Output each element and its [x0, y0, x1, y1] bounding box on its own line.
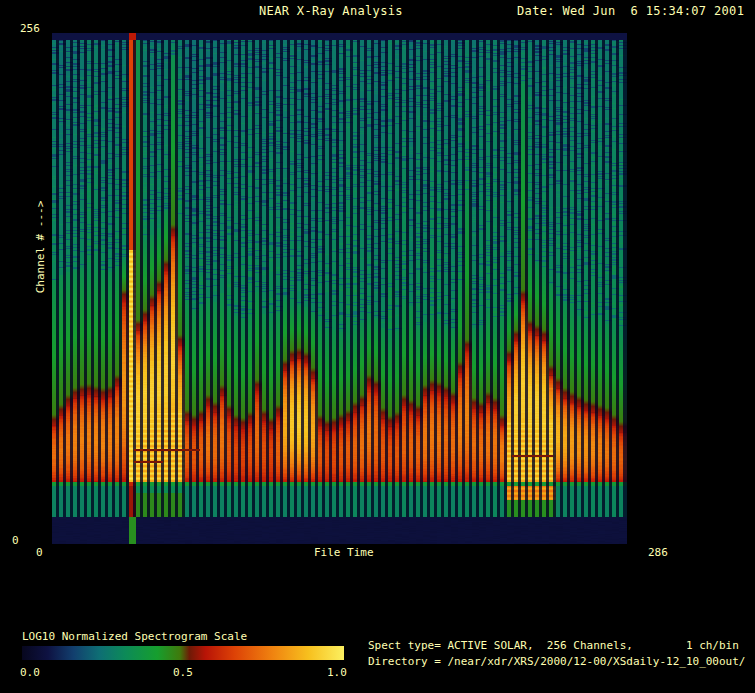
x-axis-max-tick: 286	[648, 546, 668, 559]
y-axis-max-tick: 256	[20, 22, 40, 35]
colorbar-tick-max: 1.0	[327, 666, 347, 679]
colorbar-gradient	[22, 646, 344, 660]
directory-line: Directory = /near/xdr/XRS/2000/12-00/XSd…	[368, 655, 746, 668]
x-axis-label: File Time	[314, 546, 374, 559]
spect-type-line: Spect type= ACTIVE SOLAR, 256 Channels, …	[368, 639, 739, 652]
page-title: NEAR X-Ray Analysis	[259, 5, 403, 18]
x-axis-min-tick: 0	[36, 546, 43, 559]
colorbar-tick-mid: 0.5	[173, 666, 193, 679]
y-axis-min-tick: 0	[12, 534, 19, 547]
date-label: Date: Wed Jun 6 15:34:07 2001	[517, 5, 744, 18]
y-axis-label: Channel # --->	[34, 201, 47, 294]
app-window: NEAR X-Ray Analysis Date: Wed Jun 6 15:3…	[0, 0, 755, 693]
colorbar-tick-min: 0.0	[20, 666, 40, 679]
spectrogram-canvas	[52, 33, 627, 544]
colorbar-title: LOG10 Normalized Spectrogram Scale	[22, 630, 247, 643]
